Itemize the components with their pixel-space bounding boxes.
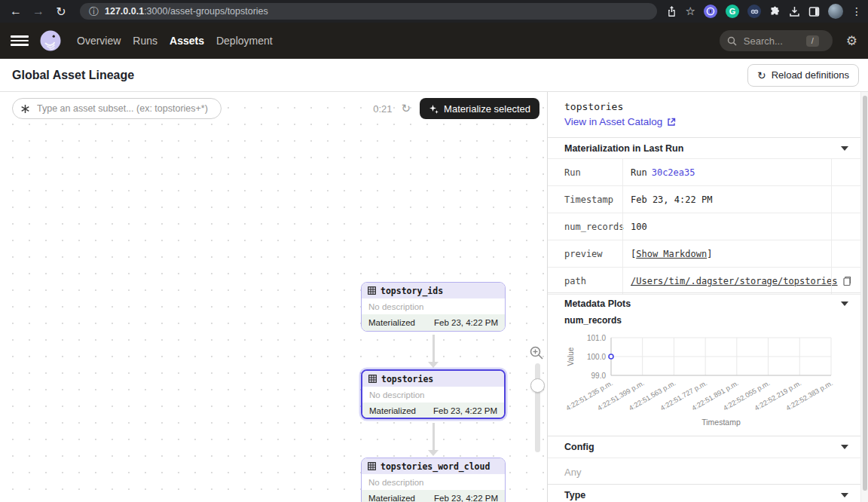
- reload-definitions-button[interactable]: ↻ Reload definitions: [747, 64, 859, 87]
- grammarly-extension-icon[interactable]: G: [726, 5, 739, 18]
- config-value: Any: [564, 467, 581, 478]
- row-value: Run 30c2ea35: [622, 159, 862, 185]
- selected-asset-name: topstories: [564, 101, 623, 112]
- asset-description: No description: [362, 387, 504, 403]
- asset-node-topstories[interactable]: topstories No description Materialized F…: [361, 369, 506, 419]
- asset-name: topstories_word_cloud: [381, 461, 490, 472]
- scrollbar-thumb[interactable]: [863, 96, 867, 491]
- asset-graph-pane[interactable]: 0:21 ↻ Materialize selected topstory_ids…: [0, 92, 547, 502]
- owl-extension-icon[interactable]: [747, 5, 761, 18]
- row-value: Feb 23, 4:22 PM: [622, 186, 862, 213]
- dagster-logo[interactable]: [39, 29, 62, 52]
- extensions-puzzle-icon[interactable]: [769, 6, 781, 17]
- zoom-slider-handle[interactable]: [530, 378, 545, 393]
- edge-arrow: [432, 335, 435, 362]
- browser-forward-button[interactable]: →: [29, 2, 48, 21]
- search-input[interactable]: [742, 35, 801, 47]
- graph-actions: 0:21 ↻ Materialize selected: [373, 98, 539, 119]
- row-value: 100: [622, 213, 862, 240]
- password-manager-extension-icon[interactable]: [704, 5, 717, 18]
- metadata-plot: 101.0100.099.04:22:51.235 p.m.4:22:51.39…: [551, 324, 861, 433]
- refresh-icon[interactable]: ↻: [402, 102, 411, 115]
- status-label: Materialized: [368, 494, 415, 502]
- table-row-path: path /Users/tim/.dagster/storage/topstor…: [548, 267, 862, 295]
- row-value: /Users/tim/.dagster/storage/topstories: [622, 268, 862, 294]
- app-nav-bar: Overview Runs Assets Deployment / ⚙: [0, 23, 868, 59]
- reload-icon: ↻: [757, 69, 766, 81]
- search-shortcut-key: /: [806, 35, 819, 47]
- page-title: Global Asset Lineage: [12, 69, 134, 82]
- path-link[interactable]: /Users/tim/.dagster/storage/topstories: [631, 276, 838, 286]
- zoom-slider-track[interactable]: [535, 363, 540, 452]
- table-icon: [368, 375, 377, 383]
- row-label: preview: [548, 249, 622, 259]
- side-panel-icon[interactable]: [808, 6, 820, 17]
- row-label: path: [548, 276, 622, 286]
- status-label: Materialized: [369, 406, 416, 415]
- asset-status-row: Materialized Feb 23, 4:22 PM: [362, 403, 504, 419]
- asset-node-topstories-word-cloud[interactable]: topstories_word_cloud No description Mat…: [361, 458, 506, 502]
- row-value: [Show Markdown]: [622, 240, 862, 267]
- edge-arrow: [432, 423, 435, 450]
- site-info-icon[interactable]: ⓘ: [89, 7, 99, 17]
- nav-item-runs[interactable]: Runs: [133, 35, 157, 47]
- address-bar[interactable]: ⓘ 127.0.0.1:3000/asset-groups/topstories: [80, 3, 657, 20]
- show-markdown-link[interactable]: Show Markdown: [636, 249, 707, 259]
- svg-text:100.0: 100.0: [587, 353, 606, 361]
- search-icon: [727, 36, 737, 46]
- zoom-in-icon[interactable]: [529, 345, 544, 360]
- collapse-caret-icon[interactable]: [841, 445, 848, 449]
- sparkle-icon: [429, 104, 439, 114]
- dagster-asset-lineage-page: ← → ↻ ⓘ 127.0.0.1:3000/asset-groups/tops…: [0, 0, 868, 502]
- browser-back-button[interactable]: ←: [6, 2, 26, 21]
- svg-text:101.0: 101.0: [587, 334, 606, 342]
- global-search[interactable]: /: [720, 30, 833, 51]
- nav-item-assets[interactable]: Assets: [170, 35, 204, 47]
- browser-menu-icon[interactable]: ⋮: [851, 5, 862, 17]
- asset-subset-filter[interactable]: [12, 98, 222, 119]
- table-icon: [368, 462, 376, 470]
- asset-node-header: topstories: [362, 371, 504, 387]
- status-timestamp: Feb 23, 4:22 PM: [434, 494, 498, 502]
- collapse-caret-icon[interactable]: [841, 302, 848, 306]
- url-text: 127.0.0.1:3000/asset-groups/topstories: [105, 6, 268, 17]
- copy-clipboard-icon[interactable]: [842, 276, 851, 286]
- section-materialization-last-run[interactable]: Materialization in Last Run: [548, 137, 862, 158]
- share-icon[interactable]: [666, 5, 677, 17]
- section-config[interactable]: Config: [548, 436, 862, 458]
- downloads-icon[interactable]: [789, 6, 800, 17]
- asset-graph-filter-icon: [20, 104, 30, 114]
- asset-subset-input[interactable]: [35, 103, 212, 115]
- panel-scrollbar[interactable]: [860, 92, 868, 502]
- asset-node-topstory-ids[interactable]: topstory_ids No description Materialized…: [361, 282, 506, 332]
- section-type[interactable]: Type: [548, 484, 862, 502]
- hamburger-menu-icon[interactable]: [11, 32, 29, 50]
- refresh-timer: 0:21: [373, 103, 392, 115]
- browser-actions: ☆ G ⋮: [666, 4, 862, 19]
- collapse-caret-icon[interactable]: [841, 493, 848, 497]
- svg-text:Value: Value: [567, 347, 575, 366]
- asset-description: No description: [362, 474, 505, 490]
- section-metadata-plots[interactable]: Metadata Plots: [548, 292, 862, 314]
- profile-avatar[interactable]: [828, 4, 843, 19]
- materialize-selected-button[interactable]: Materialize selected: [420, 98, 539, 119]
- svg-text:Timestamp: Timestamp: [701, 418, 741, 427]
- settings-gear-icon[interactable]: ⚙: [846, 33, 857, 49]
- status-timestamp: Feb 23, 4:22 PM: [434, 318, 498, 327]
- asset-status-row: Materialized Feb 23, 4:22 PM: [362, 490, 505, 502]
- table-icon: [368, 286, 376, 295]
- nav-item-overview[interactable]: Overview: [77, 35, 121, 47]
- asset-detail-panel: topstories View in Asset Catalog Materia…: [547, 92, 868, 502]
- collapse-caret-icon[interactable]: [841, 146, 848, 151]
- row-label: num_records: [548, 222, 622, 232]
- asset-name: topstory_ids: [381, 286, 443, 296]
- browser-reload-button[interactable]: ↻: [51, 2, 71, 21]
- asset-name: topstories: [381, 374, 433, 384]
- nav-item-deployment[interactable]: Deployment: [216, 35, 273, 47]
- asset-node-header: topstory_ids: [362, 283, 505, 298]
- view-in-asset-catalog-link[interactable]: View in Asset Catalog: [564, 116, 676, 127]
- bookmark-star-icon[interactable]: ☆: [686, 5, 695, 18]
- table-row-num-records: num_records 100: [548, 213, 862, 240]
- row-label: Timestamp: [548, 194, 622, 205]
- run-id-link[interactable]: 30c2ea35: [652, 167, 695, 178]
